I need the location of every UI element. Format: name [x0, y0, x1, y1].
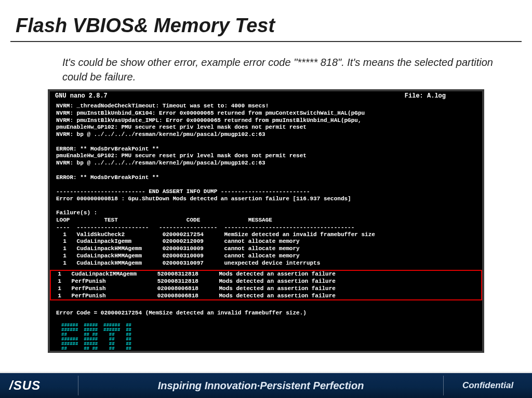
fail-ascii-art: ###### ##### ###### ## ###### ##### ####…: [50, 320, 482, 353]
slide-subtitle: It's could be show other error, example …: [0, 42, 532, 84]
terminal-output-top: NVRM: _threadNodeCheckTimeout: Timeout w…: [50, 101, 482, 270]
footer-bar: /SUS Inspiring Innovation·Persistent Per…: [0, 373, 532, 398]
terminal-header: GNU nano 2.8.7 File: A.log: [50, 91, 482, 101]
terminal-file-label: File: A.log: [405, 92, 477, 100]
footer-tagline: Inspiring Innovation·Persistent Perfecti…: [78, 380, 443, 392]
asus-logo: /SUS: [0, 378, 78, 393]
terminal-error-code-line: Error Code = 020000217254 (MemSize detec…: [50, 300, 482, 320]
slide-title: Flash VBIOS& Memory Test: [0, 0, 532, 41]
footer-confidential: Confidential: [444, 380, 532, 391]
slide: Flash VBIOS& Memory Test It's could be s…: [0, 0, 532, 398]
terminal-window: GNU nano 2.8.7 File: A.log NVRM: _thread…: [48, 89, 484, 353]
terminal-highlighted-rows: 1 CudaLinpackIMMAgemm 520008312818 Mods …: [50, 270, 482, 300]
terminal-app-name: GNU nano 2.8.7: [55, 92, 405, 100]
